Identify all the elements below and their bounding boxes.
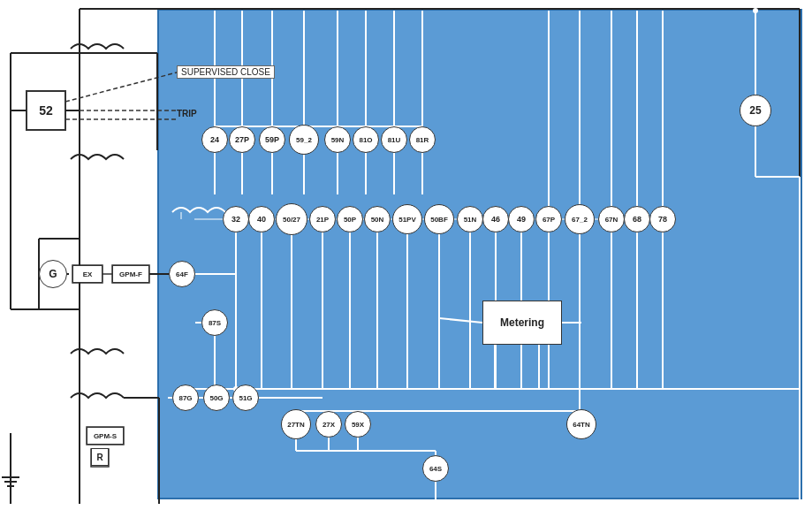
circle-78[interactable]: 78 (649, 206, 676, 232)
circle-52: 52 (27, 91, 65, 130)
circle-46[interactable]: 46 (482, 206, 509, 232)
circle-25[interactable]: 25 (740, 95, 771, 126)
supervised-close-label: SUPERVISED CLOSE (177, 65, 275, 79)
circle-59x[interactable]: 59X (345, 411, 371, 438)
rect-r: R (91, 448, 109, 466)
circle-64f[interactable]: 64F (169, 261, 195, 287)
circle-49[interactable]: 49 (508, 206, 535, 232)
circle-50-27[interactable]: 50/27 (276, 203, 307, 235)
circle-50p[interactable]: 50P (337, 206, 363, 232)
circle-59n[interactable]: 59N (324, 126, 351, 153)
circle-50bf[interactable]: 50BF (424, 204, 454, 234)
circle-40[interactable]: 40 (248, 206, 275, 232)
circle-59p[interactable]: 59P (259, 126, 285, 153)
blue-panel (157, 9, 802, 499)
circle-32[interactable]: 32 (223, 206, 249, 232)
rect-gpm-s: GPM-S (87, 427, 124, 445)
circle-27x[interactable]: 27X (315, 411, 342, 438)
circle-27p[interactable]: 27P (229, 126, 255, 153)
circle-67-2[interactable]: 67_2 (565, 204, 595, 234)
circle-87s[interactable]: 87S (201, 309, 228, 336)
circle-21p[interactable]: 21P (309, 206, 336, 232)
circle-g: G (39, 260, 67, 288)
circle-68[interactable]: 68 (624, 206, 650, 232)
circle-50g[interactable]: 50G (203, 384, 230, 411)
circle-27tn[interactable]: 27TN (281, 409, 311, 439)
circle-50n[interactable]: 50N (364, 206, 391, 232)
circle-64tn[interactable]: 64TN (566, 409, 596, 439)
circle-81r[interactable]: 81R (409, 126, 436, 153)
circle-81o[interactable]: 81O (353, 126, 379, 153)
circle-59-2[interactable]: 59_2 (289, 125, 319, 155)
circle-67n[interactable]: 67N (598, 206, 625, 232)
rect-ex: EX (72, 265, 102, 283)
circle-51g[interactable]: 51G (232, 384, 259, 411)
circle-87g[interactable]: 87G (172, 384, 199, 411)
diagram: SUPERVISED CLOSE TRIP 52 24 27P 59P 59_2… (0, 0, 812, 510)
circle-51n[interactable]: 51N (457, 206, 483, 232)
circle-51pv[interactable]: 51PV (392, 204, 422, 234)
trip-label: TRIP (177, 109, 197, 118)
circle-64s[interactable]: 64S (422, 455, 449, 482)
rect-metering: Metering (482, 301, 562, 345)
circle-67p[interactable]: 67P (535, 206, 562, 232)
circle-81u[interactable]: 81U (381, 126, 407, 153)
rect-gpm-f: GPM-F (112, 265, 149, 283)
circle-24[interactable]: 24 (201, 126, 228, 153)
